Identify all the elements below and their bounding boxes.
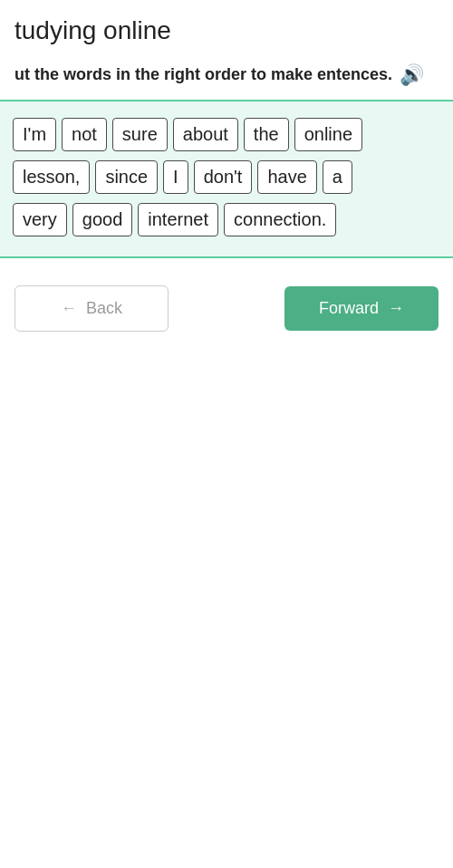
word-about: about bbox=[173, 118, 238, 151]
word-line-1: I'm not sure about the online bbox=[13, 118, 440, 151]
word-have: have bbox=[257, 160, 316, 194]
back-button[interactable]: ← Back bbox=[14, 285, 169, 332]
forward-arrow-icon: → bbox=[388, 299, 404, 318]
word-the: the bbox=[244, 118, 289, 151]
word-internet: internet bbox=[138, 203, 218, 236]
back-arrow-icon: ← bbox=[61, 299, 77, 318]
audio-icon[interactable]: 🔊 bbox=[400, 63, 424, 87]
word-i: I bbox=[163, 160, 188, 194]
word-good: good bbox=[72, 203, 133, 236]
sentence-area: I'm not sure about the online lesson, si… bbox=[0, 100, 453, 258]
word-online: online bbox=[294, 118, 362, 151]
back-label: Back bbox=[86, 299, 122, 318]
word-sure: sure bbox=[112, 118, 168, 151]
word-dont: don't bbox=[194, 160, 253, 194]
word-line-3: very good internet connection. bbox=[13, 203, 440, 236]
forward-button[interactable]: Forward → bbox=[284, 286, 439, 331]
rest-area bbox=[0, 350, 453, 712]
word-not: not bbox=[62, 118, 107, 151]
word-since: since bbox=[95, 160, 158, 194]
word-im: I'm bbox=[13, 118, 56, 151]
word-a: a bbox=[323, 160, 352, 194]
instruction-row: ut the words in the right order to make … bbox=[0, 54, 453, 100]
word-connection: connection. bbox=[224, 203, 336, 236]
instruction-text: ut the words in the right order to make … bbox=[14, 63, 392, 86]
nav-row: ← Back Forward → bbox=[0, 258, 453, 350]
page-title: tudying online bbox=[0, 0, 453, 54]
word-line-2: lesson, since I don't have a bbox=[13, 160, 440, 194]
word-very: very bbox=[13, 203, 67, 236]
word-lesson: lesson, bbox=[13, 160, 90, 194]
forward-label: Forward bbox=[319, 299, 379, 318]
